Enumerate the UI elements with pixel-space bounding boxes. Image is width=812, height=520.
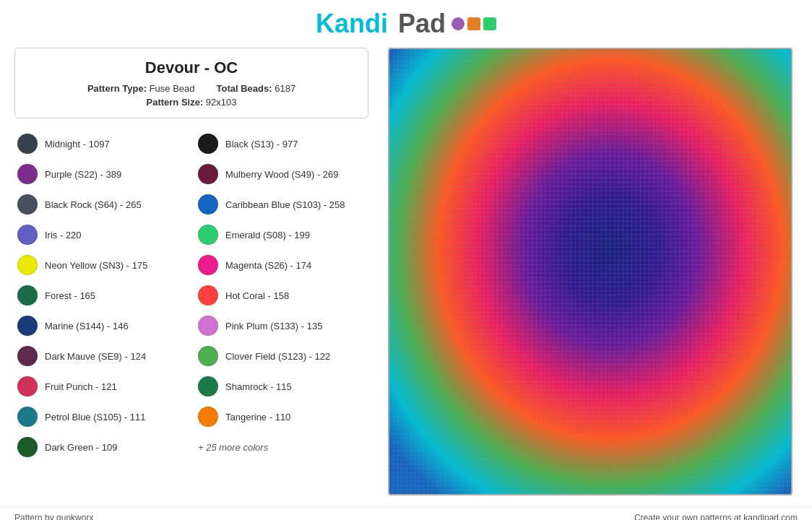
pattern-type-value: Fuse Bead — [150, 83, 195, 94]
color-dot — [17, 316, 38, 336]
pattern-size-label: Pattern Size: — [146, 97, 203, 108]
color-label: Black (S13) - 977 — [225, 139, 298, 150]
color-item: Tangerine - 110 — [195, 403, 368, 430]
color-item: Pink Plum (S133) - 135 — [195, 312, 368, 339]
total-beads-label: Total Beads: — [217, 83, 272, 94]
color-item: Caribbean Blue (S103) - 258 — [195, 191, 368, 218]
color-item: Midnight - 1097 — [14, 130, 188, 157]
color-dot — [198, 376, 218, 396]
color-item: Iris - 220 — [14, 221, 188, 248]
color-label: Mulberry Wood (S49) - 269 — [225, 169, 339, 180]
footer-cta: Create your own patterns at kandipad.com — [634, 513, 798, 520]
color-label: Emerald (S08) - 199 — [225, 230, 310, 240]
color-item: Marine (S144) - 146 — [14, 312, 188, 339]
color-item: Shamrock - 115 — [195, 373, 368, 400]
pattern-size: Pattern Size: 92x103 — [28, 97, 355, 108]
color-dot — [17, 194, 38, 214]
footer: Pattern by gunkworx Create your own patt… — [0, 506, 812, 520]
header: Kandi Pad — [0, 0, 812, 48]
color-label: Forest - 165 — [45, 290, 95, 301]
pattern-title: Devour - OC — [28, 58, 355, 77]
color-item: Emerald (S08) - 199 — [195, 221, 368, 248]
color-label: Clover Field (S123) - 122 — [225, 351, 330, 362]
color-label: Purple (S22) - 389 — [45, 169, 121, 180]
logo-candy-icons — [452, 17, 496, 30]
color-dot — [17, 376, 38, 396]
total-beads-value: 6187 — [275, 83, 295, 94]
color-label: Black Rock (S64) - 265 — [45, 199, 142, 210]
logo: Kandi Pad — [316, 9, 496, 39]
color-label: Caribbean Blue (S103) - 258 — [225, 199, 345, 210]
footer-pattern-by: Pattern by gunkworx — [14, 513, 93, 520]
color-item: Black (S13) - 977 — [195, 130, 368, 157]
color-label: Dark Mauve (SE9) - 124 — [45, 351, 146, 362]
color-label: Marine (S144) - 146 — [45, 321, 129, 332]
logo-pad: Pad — [398, 9, 446, 39]
color-grid: Midnight - 1097Black (S13) - 977Purple (… — [14, 130, 368, 461]
color-dot — [198, 164, 218, 184]
color-item: Clover Field (S123) - 122 — [195, 342, 368, 370]
color-label: Tangerine - 110 — [225, 412, 290, 422]
right-panel — [383, 48, 798, 495]
color-dot — [17, 164, 38, 184]
total-beads: Total Beads: 6187 — [217, 83, 296, 94]
pattern-info-box: Devour - OC Pattern Type: Fuse Bead Tota… — [14, 48, 368, 118]
footer-author: gunkworx — [56, 513, 93, 520]
color-dot — [17, 407, 38, 427]
candy-purple-icon — [452, 17, 465, 30]
color-dot — [198, 316, 218, 336]
pattern-size-value: 92x103 — [206, 97, 237, 108]
color-dot — [17, 255, 38, 275]
pixel-art-image — [389, 49, 791, 494]
color-item: Mulberry Wood (S49) - 269 — [195, 160, 368, 188]
color-label: Iris - 220 — [45, 230, 82, 240]
color-item: Fruit Punch - 121 — [14, 373, 188, 400]
candy-orange-icon — [467, 17, 480, 30]
color-dot — [198, 407, 218, 427]
color-dot — [17, 437, 38, 457]
color-dot — [17, 285, 38, 306]
color-item: Forest - 165 — [14, 282, 188, 309]
color-label: Dark Green - 109 — [45, 442, 117, 453]
color-dot — [17, 346, 38, 366]
left-panel: Devour - OC Pattern Type: Fuse Bead Tota… — [14, 48, 368, 495]
color-label: Hot Coral - 158 — [225, 290, 289, 301]
color-dot — [198, 134, 218, 154]
color-item: Black Rock (S64) - 265 — [14, 191, 188, 218]
color-item: Dark Green - 109 — [14, 433, 188, 461]
color-dot — [17, 134, 38, 154]
color-dot — [198, 285, 218, 306]
more-colors-label: + 25 more colors — [195, 433, 368, 461]
color-label: Magenta (S26) - 174 — [225, 260, 311, 271]
color-label: Pink Plum (S133) - 135 — [225, 321, 322, 332]
color-item: Petrol Blue (S105) - 111 — [14, 403, 188, 430]
color-item: Hot Coral - 158 — [195, 282, 368, 309]
color-item: Neon Yellow (SN3) - 175 — [14, 251, 188, 279]
logo-space — [389, 9, 397, 39]
pattern-image-box — [388, 48, 792, 495]
color-dot — [198, 225, 218, 245]
color-dot — [17, 225, 38, 245]
color-dot — [198, 346, 218, 366]
color-item: Dark Mauve (SE9) - 124 — [14, 342, 188, 370]
color-label: Midnight - 1097 — [45, 139, 110, 150]
color-dot — [198, 255, 218, 275]
footer-pattern-by-label: Pattern by — [14, 513, 54, 520]
color-label: Shamrock - 115 — [225, 381, 292, 392]
color-label: Neon Yellow (SN3) - 175 — [45, 260, 147, 271]
candy-green-icon — [483, 17, 496, 30]
pattern-type-label: Pattern Type: — [87, 83, 147, 94]
pattern-type: Pattern Type: Fuse Bead — [87, 83, 195, 94]
color-label: Petrol Blue (S105) - 111 — [45, 412, 145, 422]
color-label: Fruit Punch - 121 — [45, 381, 117, 392]
color-dot — [198, 194, 218, 214]
main-content: Devour - OC Pattern Type: Fuse Bead Tota… — [0, 48, 812, 506]
color-item: Magenta (S26) - 174 — [195, 251, 368, 279]
logo-kandi: Kandi — [316, 9, 388, 39]
color-item: Purple (S22) - 389 — [14, 160, 188, 188]
pattern-meta-row1: Pattern Type: Fuse Bead Total Beads: 618… — [28, 83, 355, 94]
